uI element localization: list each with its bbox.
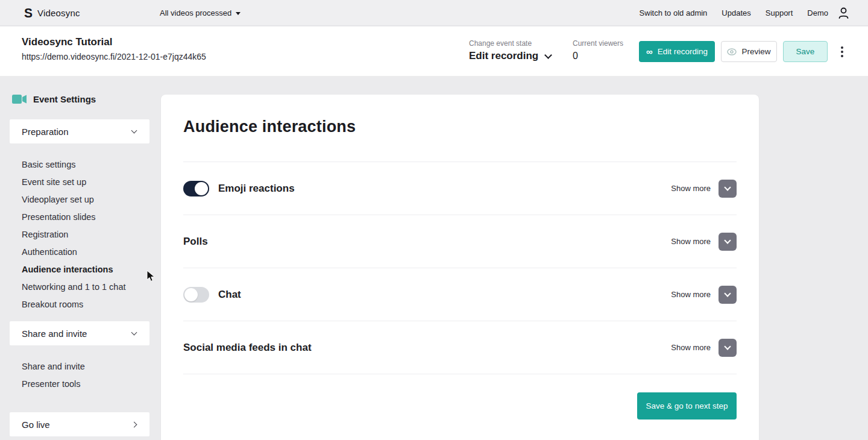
preview-button[interactable]: Preview [721,41,777,62]
sidebar-section-go-live[interactable]: Go live [10,412,149,436]
sidebar-section-preparation[interactable]: Preparation [10,119,149,143]
expand-button[interactable] [719,286,737,304]
save-button[interactable]: Save [783,41,828,62]
link-switch-old-admin[interactable]: Switch to old admin [640,8,708,17]
sidebar-item-share-and-invite[interactable]: Share and invite [22,357,149,375]
feature-row-polls: Polls Show more [183,215,737,268]
event-title: Videosync Tutorial [22,36,206,48]
edit-recording-button[interactable]: ∞ Edit recording [639,41,715,62]
sidebar-item-networking-chat[interactable]: Networking and 1 to 1 chat [22,278,149,295]
sidebar-item-audience-interactions[interactable]: Audience interactions [22,260,149,278]
preview-button-label: Preview [741,47,770,56]
videos-processed-label: All videos processed [160,8,231,17]
event-url[interactable]: https://demo.videosync.fi/2021-12-01-e7j… [22,52,206,61]
caret-down-icon [236,12,241,15]
chevron-down-icon [724,237,731,244]
chevron-down-icon [131,128,137,134]
feature-label: Social media feeds in chat [183,342,312,354]
topbar: S Videosync All videos processed Switch … [0,0,868,26]
chevron-down-icon [724,290,731,297]
audience-interactions-panel: Audience interactions Emoji reactions Sh… [161,95,759,440]
chevron-right-icon [131,421,137,427]
videos-processed-dropdown[interactable]: All videos processed [160,0,241,26]
brand-name: Videosync [37,8,80,18]
event-title-block: Videosync Tutorial https://demo.videosyn… [22,36,206,61]
save-button-label: Save [796,47,815,56]
link-demo[interactable]: Demo [807,8,828,17]
sidebar-item-basic-settings[interactable]: Basic settings [22,156,149,173]
sidebar-title-label: Event Settings [33,94,96,104]
sidebar-item-presentation-slides[interactable]: Presentation slides [22,208,149,225]
more-options-button[interactable] [838,44,846,60]
show-more-link[interactable]: Show more [671,237,711,246]
event-state-dropdown[interactable]: Edit recording [469,50,551,62]
sidebar-item-breakout-rooms[interactable]: Breakout rooms [22,295,149,313]
expand-button[interactable] [719,339,737,357]
event-state-block: Change event state Edit recording [469,39,551,62]
save-next-step-button[interactable]: Save & go to next step [637,392,737,420]
chevron-down-icon [724,184,731,190]
current-viewers-block: Current viewers 0 [573,39,623,61]
feature-label: Polls [183,236,208,248]
video-camera-icon [12,94,27,104]
section-label: Share and invite [22,328,87,339]
brand[interactable]: S Videosync [24,0,80,26]
sidebar-item-presenter-tools[interactable]: Presenter tools [22,375,149,392]
sidebar-item-event-site-set-up[interactable]: Event site set up [22,173,149,190]
sidebar-section-share-and-invite[interactable]: Share and invite [10,321,149,345]
sidebar-item-registration[interactable]: Registration [22,225,149,243]
feature-label: Emoji reactions [218,183,295,195]
record-icon: ∞ [646,47,653,56]
section-label: Preparation [22,127,69,137]
page-title: Audience interactions [183,95,737,136]
edit-recording-button-label: Edit recording [658,47,708,56]
card-footer: Save & go to next step [183,374,737,420]
chat-toggle[interactable] [183,287,209,303]
chevron-down-icon [544,51,552,59]
preparation-items: Basic settings Event site set up Videopl… [10,143,149,321]
eye-icon [727,48,737,55]
emoji-reactions-toggle[interactable] [183,181,209,196]
chevron-down-icon [131,330,137,336]
feature-row-chat: Chat Show more [183,268,737,321]
profile-icon[interactable] [837,7,850,19]
event-header: Videosync Tutorial https://demo.videosyn… [0,27,868,76]
videosync-logo-icon: S [24,5,33,20]
feature-label: Chat [218,289,241,301]
sidebar-item-authentication[interactable]: Authentication [22,243,149,260]
expand-button[interactable] [719,180,737,198]
sidebar-item-videoplayer-set-up[interactable]: Videoplayer set up [22,190,149,208]
link-updates[interactable]: Updates [722,8,750,17]
section-label: Go live [22,420,50,430]
topbar-links: Switch to old admin Updates Support Demo [640,0,828,26]
sidebar-title: Event Settings [10,94,149,104]
expand-button[interactable] [719,233,737,251]
chevron-down-icon [724,343,731,350]
feature-row-social-media-feeds: Social media feeds in chat Show more [183,321,737,374]
sidebar: Event Settings Preparation Basic setting… [10,94,149,440]
event-state-value: Edit recording [469,50,538,62]
show-more-link[interactable]: Show more [671,290,711,299]
show-more-link[interactable]: Show more [671,343,711,352]
current-viewers-value: 0 [573,51,623,61]
link-support[interactable]: Support [766,8,793,17]
event-state-label: Change event state [469,39,551,48]
show-more-link[interactable]: Show more [671,184,711,193]
feature-row-emoji-reactions: Emoji reactions Show more [183,162,737,215]
share-invite-items: Share and invite Presenter tools [10,345,149,401]
current-viewers-label: Current viewers [573,39,623,48]
